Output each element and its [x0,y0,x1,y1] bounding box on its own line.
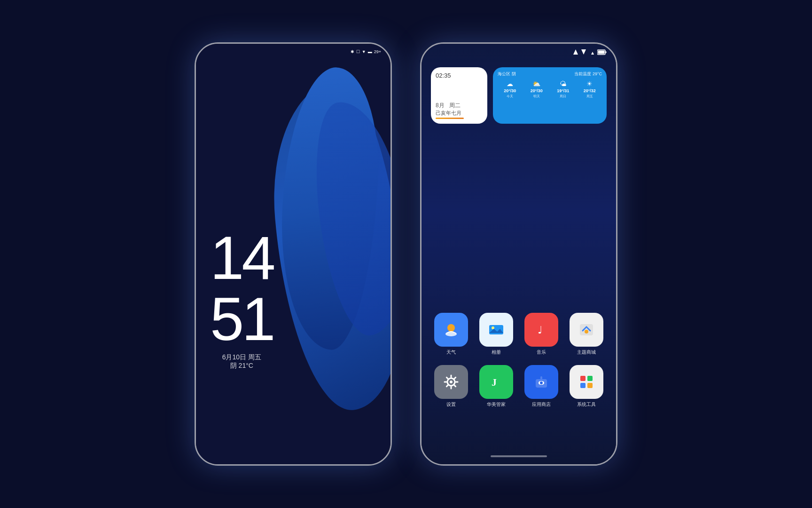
music-app-icon-svg: ♩ [532,320,551,339]
app-item-gallery[interactable]: 相册 [476,313,516,356]
calendar-widget[interactable]: 02:35 8月 周二 己亥年七月 [431,67,487,124]
app-icon-housekeeper: J [479,365,513,399]
weather-grid: ☁ 20°/30 今天 ⛅ 20°/30 明天 🌤 19°/31 周日 [498,80,602,99]
app-item-weather[interactable]: 天气 [431,313,471,356]
svg-line-22 [454,377,456,379]
left-phone: ✱ ☐ ▼ ▬ ✱ ☐ ▼ 🔋 29+ 29+ 14 51 6月10日 周五 阴… [195,42,392,466]
svg-point-13 [585,330,588,333]
clock-hours: 14 [210,227,273,288]
wifi-icon-right [589,49,596,55]
gallery-app-icon-svg [487,320,506,339]
battery-left: ▬ [368,49,372,54]
app-row-1: 天气 相册 [431,313,607,356]
app-icon-systools [570,365,603,399]
signal-icon [573,49,580,55]
clock-date: 6月10日 周五 阴 21°C [210,353,273,370]
wifi-icon: ▼ [362,49,366,54]
svg-point-7 [447,324,455,332]
weather-location: 海公区 阴 [498,71,516,77]
housekeeper-app-icon-svg: J [487,373,506,391]
svg-point-25 [540,381,543,384]
weather-icon-3: ☀ [586,80,593,87]
svg-rect-3 [592,53,593,54]
status-bar-left: ✱ ☐ ▼ ▬ ✱ ☐ ▼ 🔋 29+ 29+ [196,49,390,54]
cal-month: 8月 周二 [436,102,483,110]
svg-rect-26 [580,376,586,381]
app-label-theme: 主题商城 [577,349,596,356]
weather-label-1: 明天 [533,94,540,99]
app-item-music[interactable]: ♩ 音乐 [521,313,562,356]
lock-screen: ✱ ☐ ▼ ▬ ✱ ☐ ▼ 🔋 29+ 29+ 14 51 6月10日 周五 阴… [196,44,390,464]
weather-col-1: ⛅ 20°/30 明天 [524,80,549,99]
weather-temp-label: 当前温度 29°C [574,71,602,77]
svg-line-23 [446,385,448,387]
status-bar-right [422,49,616,55]
weather-label-2: 周日 [560,94,566,99]
svg-line-20 [446,377,448,379]
battery-icon-right [597,49,607,55]
status-icons-right [573,49,607,55]
app-label-systools: 系统工具 [577,401,596,408]
clock-minutes: 51 [210,288,273,349]
cal-date: 己亥年七月 [436,110,483,117]
weather-app-icon-svg [442,320,461,339]
clock-container: 14 51 6月10日 周五 阴 21°C [210,227,273,370]
app-icon-theme [570,313,603,347]
app-label-settings: 设置 [446,401,456,408]
svg-text:J: J [492,376,497,388]
app-icon-music: ♩ [524,313,558,347]
app-label-weather: 天气 [446,349,456,356]
weather-widget[interactable]: 海公区 阴 当前温度 29°C ☁ 20°/30 今天 ⛅ 20°/30 明天 [493,67,607,124]
systools-icon-svg [577,373,596,391]
svg-rect-29 [587,383,593,388]
nfc-icon: ☐ [356,49,360,54]
app-row-2: 设置 J 华美管家 [431,365,607,408]
clock-date-line2: 阴 21°C [210,362,273,370]
app-item-housekeeper[interactable]: J 华美管家 [476,365,516,408]
svg-point-15 [450,381,453,383]
app-icon-appstore [524,365,558,399]
app-label-housekeeper: 华美管家 [487,401,506,408]
app-item-appstore[interactable]: 应用商店 [521,365,562,408]
cal-time: 02:35 [436,72,483,79]
appstore-icon-svg [532,373,551,391]
app-grid: 天气 相册 [431,313,607,417]
app-label-gallery: 相册 [492,349,501,356]
svg-point-8 [445,332,457,336]
app-item-systools[interactable]: 系统工具 [566,365,607,408]
signal-icon-2 [581,49,588,55]
clock-date-line1: 6月10日 周五 [210,353,273,362]
bluetooth-icon: ✱ [351,49,354,54]
home-screen: 02:35 8月 周二 己亥年七月 海公区 阴 当前温度 29°C [422,44,616,464]
app-label-music: 音乐 [537,349,546,356]
svg-text:♩: ♩ [538,324,542,336]
weather-icon-0: ☁ [507,80,513,87]
weather-icon-1: ⛅ [532,80,540,87]
weather-icon-2: 🌤 [560,80,566,87]
weather-temp-2: 19°/31 [557,88,569,93]
weather-temp-3: 20°/32 [584,88,596,93]
svg-rect-5 [606,51,607,53]
widgets-row: 02:35 8月 周二 己亥年七月 海公区 阴 当前温度 29°C [431,67,607,124]
app-item-theme[interactable]: 主题商城 [566,313,607,356]
right-phone: 02:35 8月 周二 己亥年七月 海公区 阴 当前温度 29°C [420,42,617,466]
svg-marker-0 [573,49,578,55]
battery-text-left: 29+ [374,49,381,54]
app-icon-gallery [479,313,513,347]
settings-app-icon-svg [442,373,461,391]
app-label-appstore: 应用商店 [532,401,551,408]
weather-temp-1: 20°/30 [531,88,543,93]
svg-marker-1 [581,49,586,55]
weather-col-0: ☁ 20°/30 今天 [498,80,523,99]
home-indicator [491,455,547,457]
theme-app-icon-svg [577,320,596,339]
svg-rect-27 [587,376,593,381]
svg-rect-28 [580,383,586,388]
svg-line-21 [454,385,456,387]
weather-col-3: ☀ 20°/32 周五 [578,80,602,99]
weather-col-2: 🌤 19°/31 周日 [551,80,576,99]
weather-label-0: 今天 [507,94,513,99]
app-item-settings[interactable]: 设置 [431,365,471,408]
clock-hours-minutes: 14 51 [210,227,273,349]
weather-label-3: 周五 [586,94,593,99]
